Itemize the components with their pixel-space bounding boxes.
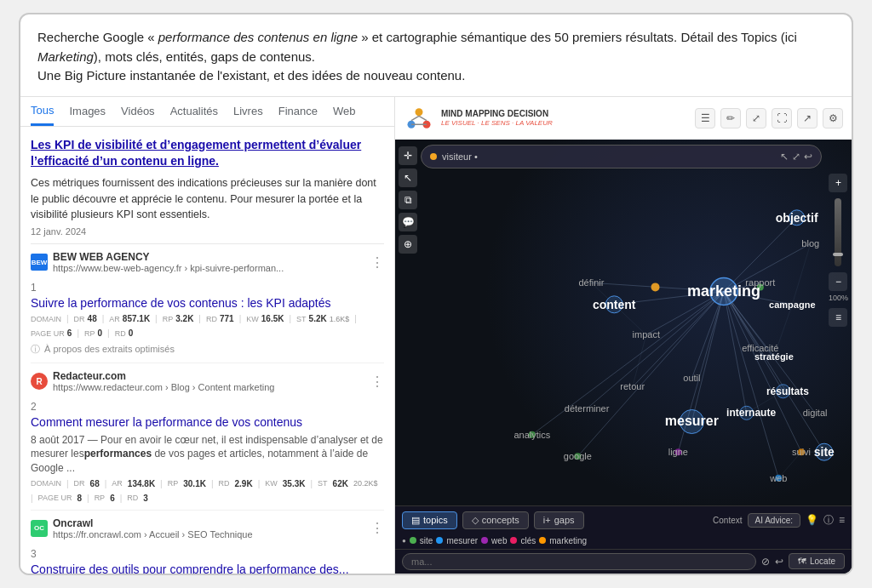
node-content: content: [593, 298, 636, 311]
result1-kw-val: 16.5K: [261, 314, 284, 323]
tab-livres[interactable]: Livres: [233, 105, 263, 124]
result3-title[interactable]: Construire des outils pour comprendre la…: [31, 562, 349, 574]
locate-button[interactable]: 🗺 Locate: [789, 553, 845, 569]
node-strategie: stratégie: [754, 351, 794, 362]
result1-source-url: https://www.bew-web-agency.fr › kpi-suiv…: [53, 263, 284, 273]
result1-rd-val: 771: [220, 314, 234, 323]
settings-icon[interactable]: ⚙: [823, 108, 843, 128]
result1-kw-group: KW 16.5K: [246, 314, 284, 323]
tab-images[interactable]: Images: [69, 105, 106, 124]
result2-st-val: 62K: [333, 479, 348, 488]
node-google: google: [564, 451, 592, 461]
svg-line-21: [724, 291, 815, 413]
search-results: Les KPI de visibilité et d’engagement pe…: [20, 127, 394, 574]
result2-source-name: Redacteur.com: [53, 370, 274, 382]
node-impact: impact: [633, 329, 660, 340]
result3-kebab-icon[interactable]: ⋮: [370, 520, 384, 536]
svg-point-46: [529, 431, 536, 438]
result1-st-sub: 1.6K$: [330, 315, 350, 323]
result2-title[interactable]: Comment mesurer la performance de vos co…: [31, 415, 302, 429]
result1-source-name: BEW WEB AGENCY: [53, 251, 284, 263]
tab-tous[interactable]: Tous: [31, 104, 54, 126]
svg-point-44: [651, 283, 660, 291]
result2: 2 Comment mesurer la performance de vos …: [31, 394, 384, 511]
back-icon[interactable]: ↩: [804, 151, 812, 163]
navigate-icon[interactable]: ✛: [399, 146, 417, 165]
tab-gaps[interactable]: i+ gaps: [534, 511, 584, 529]
fullscreen-icon[interactable]: ⛶: [772, 108, 792, 128]
tab-topics[interactable]: ▤ topics: [402, 511, 457, 529]
result2-kebab-icon[interactable]: ⋮: [370, 374, 384, 390]
menu-icon[interactable]: ☰: [695, 108, 715, 128]
svg-point-0: [416, 108, 423, 116]
dot-site: [410, 537, 416, 544]
map-search-input[interactable]: [402, 553, 756, 570]
copy-icon[interactable]: ⧉: [399, 191, 417, 209]
result1-ur-val: 6: [67, 328, 72, 338]
slash-icon[interactable]: ⊘: [761, 556, 770, 568]
result3-source-name: Oncrawl: [53, 517, 253, 529]
zoom-slider-handle: [833, 253, 843, 256]
zoom-out-icon[interactable]: −: [829, 272, 847, 291]
locate-label: Locate: [810, 557, 835, 566]
map-bottom-dots: ● site mesurer web clés marketing: [395, 533, 852, 549]
dot-cles: [510, 537, 517, 544]
tab-actualites[interactable]: Actualités: [170, 105, 218, 124]
mmd-logo-svg: [404, 103, 434, 134]
svg-line-13: [724, 291, 792, 304]
list-icon[interactable]: ≡: [839, 514, 845, 526]
arrow-icon[interactable]: ↩: [775, 556, 783, 568]
result1-source-info: BEW WEB AGENCY https://www.bew-web-agenc…: [53, 251, 284, 273]
mmd-logo-subtitle: LE VISUEL · LE SENS · LA VALEUR: [441, 119, 553, 127]
svg-point-42: [740, 406, 754, 420]
concepts-label: concepts: [482, 515, 519, 525]
zoom-slider[interactable]: [835, 198, 841, 266]
result1-dr-val: 48: [88, 314, 97, 323]
svg-line-11: [724, 291, 747, 413]
info-icon[interactable]: ⓘ: [823, 513, 834, 528]
result1-source-row: BEW BEW WEB AGENCY https://www.bew-web-a…: [31, 244, 384, 275]
tab-web[interactable]: Web: [333, 105, 356, 124]
map-search-text: visiteur •: [442, 151, 478, 162]
clock-icon[interactable]: ⊕: [399, 235, 417, 254]
node-resultats: résultats: [766, 385, 809, 397]
edit-icon[interactable]: ✏: [720, 108, 741, 128]
cursor-icon[interactable]: ↖: [399, 168, 417, 187]
bulb-icon[interactable]: 💡: [806, 514, 818, 526]
expand-filter-icon[interactable]: ⤢: [792, 151, 800, 163]
layers-icon[interactable]: ≡: [829, 308, 847, 327]
mmd-header: MIND MAPPING DECISION LE VISUEL · LE SEN…: [395, 97, 852, 140]
svg-point-45: [757, 283, 764, 290]
result1-kebab-icon[interactable]: ⋮: [370, 254, 384, 271]
result3-source-info: Oncrawl https://fr.oncrawl.com › Accueil…: [53, 517, 253, 539]
zoom-percentage: 100%: [829, 294, 848, 302]
snippet-date: 12 janv. 2024: [31, 226, 384, 237]
comment-icon[interactable]: 💬: [399, 213, 417, 231]
zoom-in-icon[interactable]: +: [829, 174, 847, 192]
node-efficacite: efficacité: [742, 343, 778, 353]
ai-advice-btn[interactable]: AI Advice:: [748, 513, 800, 528]
result3-source-url: https://fr.oncrawl.com › Accueil › SEO T…: [53, 529, 253, 539]
tab-concepts[interactable]: ◇ concepts: [462, 511, 529, 529]
expand-icon[interactable]: ⤢: [746, 108, 766, 128]
svg-point-40: [789, 210, 805, 225]
node-mesurer: mesurer: [665, 414, 719, 429]
export-icon[interactable]: ↗: [797, 108, 818, 128]
result1-rp-val: 3.2K: [175, 314, 193, 323]
result2-dr-val: 68: [90, 479, 100, 488]
result2-rd-val: 2.9K: [235, 479, 253, 488]
svg-line-9: [691, 291, 724, 421]
locate-icon: 🗺: [798, 557, 806, 566]
svg-line-34: [792, 243, 810, 304]
result1: 1 Suivre la performance de vos contenus …: [31, 275, 384, 363]
result1-title[interactable]: Suivre la performance de vos contenus : …: [31, 296, 331, 310]
result2-num: 2: [31, 401, 384, 413]
result3-num: 3: [31, 548, 384, 560]
concepts-icon: ◇: [472, 515, 479, 526]
tab-finance[interactable]: Finance: [278, 105, 318, 124]
cursor-filter-icon[interactable]: ↖: [780, 151, 789, 163]
context-label: Context: [713, 516, 742, 525]
svg-line-10: [724, 291, 783, 391]
svg-point-43: [816, 443, 833, 460]
tab-videos[interactable]: Vidéos: [121, 105, 155, 124]
